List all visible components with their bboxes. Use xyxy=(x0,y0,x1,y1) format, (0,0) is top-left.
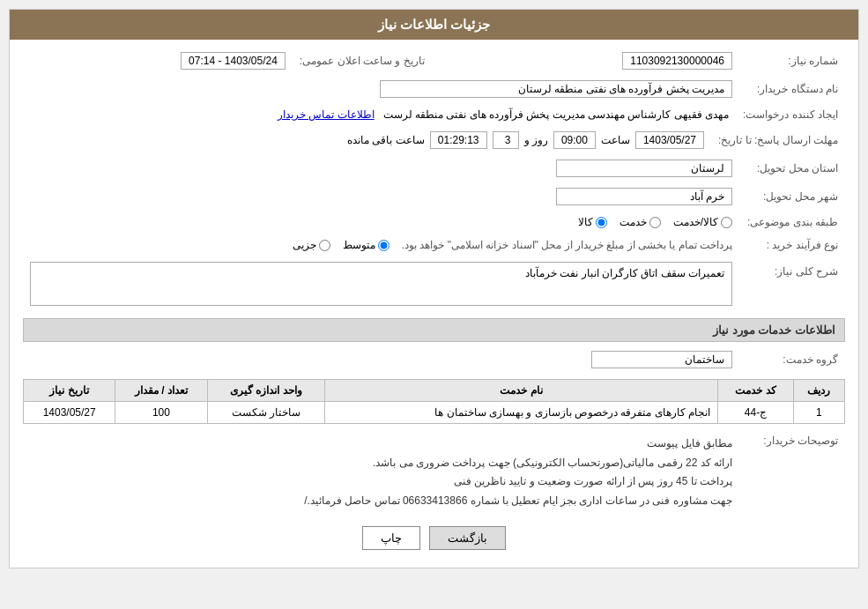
cell-unit: ساختار شکست xyxy=(207,402,325,424)
purchase-type-row: نوع فرآیند خرید : پرداخت تمام یا بخشی از… xyxy=(23,235,845,255)
purchase-type-label: نوع فرآیند خرید : xyxy=(739,235,845,255)
buyer-desc-line: پرداخت تا 45 روز پس از ارائه صورت وضعیت … xyxy=(30,472,732,492)
cell-name: انجام کارهای متفرقه درخصوص بازسازی و بهس… xyxy=(325,402,718,424)
need-number-label: شماره نیاز: xyxy=(739,48,845,73)
province-value: لرستان xyxy=(23,156,739,181)
province-row: استان محل تحویل: لرستان xyxy=(23,156,845,181)
announce-date-value: 1403/05/24 - 07:14 xyxy=(23,48,293,73)
table-row: 1 ج-44 انجام کارهای متفرقه درخصوص بازساز… xyxy=(24,402,845,424)
cell-quantity: 100 xyxy=(115,402,207,424)
buyer-org-value: مدیریت پخش فرآورده های نفتی منطقه لرستان xyxy=(23,77,739,101)
buyer-desc-line: مطابق فایل پیوست xyxy=(30,434,732,454)
col-quantity: تعداد / مقدار xyxy=(115,380,207,402)
city-value: خرم آباد xyxy=(23,184,739,209)
buyer-desc-value: مطابق فایل پیوستارائه کد 22 رقمی مالیاتی… xyxy=(23,431,739,514)
col-unit: واحد اندازه گیری xyxy=(207,380,325,402)
col-row: ردیف xyxy=(793,380,844,402)
purchase-type-note: پرداخت تمام یا بخشی از مبلغ خریدار از مح… xyxy=(402,239,732,251)
page-title: جزئیات اطلاعات نیاز xyxy=(10,10,858,40)
buyer-org-label: نام دستگاه خریدار: xyxy=(739,77,845,101)
main-card: جزئیات اطلاعات نیاز شماره نیاز: 11030921… xyxy=(9,9,859,568)
requester-value: مهدی فقیهی کارشناس مهندسی مدیریت پخش فرآ… xyxy=(23,105,736,124)
city-row: شهر محل تحویل: خرم آباد xyxy=(23,184,845,209)
need-number-row: شماره نیاز: 1103092130000046 تاریخ و ساع… xyxy=(23,48,845,73)
announce-date-label: تاریخ و ساعت اعلان عمومی: xyxy=(293,48,432,73)
service-group-label: گروه خدمت: xyxy=(739,347,845,372)
category-option-kala[interactable]: کالا xyxy=(578,216,607,228)
need-desc-value: تعمیرات سقف اتاق کارگران انبار نفت خرمآب… xyxy=(23,258,739,309)
col-code: کد خدمت xyxy=(718,380,794,402)
purchase-type-jozii[interactable]: جزیی xyxy=(293,239,330,251)
requester-row: ایجاد کننده درخواست: مهدی فقیهی کارشناس … xyxy=(23,105,845,124)
category-label: طبقه بندی موضوعی: xyxy=(739,212,845,232)
need-number-value: 1103092130000046 xyxy=(458,48,739,73)
service-group-value: ساختمان xyxy=(23,347,739,372)
cell-date: 1403/05/27 xyxy=(24,402,115,424)
deadline-value: 1403/05/27 ساعت 09:00 روز و 3 01:29:13 س… xyxy=(23,128,711,152)
cell-code: ج-44 xyxy=(718,402,794,424)
services-table: ردیف کد خدمت نام خدمت واحد اندازه گیری ت… xyxy=(23,379,845,424)
province-label: استان محل تحویل: xyxy=(739,156,845,181)
services-section-title: اطلاعات خدمات مورد نیاز xyxy=(23,318,845,342)
purchase-type-value: پرداخت تمام یا بخشی از مبلغ خریدار از مح… xyxy=(23,235,739,255)
need-desc-textarea: تعمیرات سقف اتاق کارگران انبار نفت خرمآب… xyxy=(30,262,732,306)
city-label: شهر محل تحویل: xyxy=(739,184,845,209)
deadline-row: مهلت ارسال پاسخ: تا تاریخ: 1403/05/27 سا… xyxy=(23,128,845,152)
need-desc-row: شرح کلی نیاز: تعمیرات سقف اتاق کارگران ا… xyxy=(23,258,845,309)
need-desc-label: شرح کلی نیاز: xyxy=(739,258,845,309)
deadline-label: مهلت ارسال پاسخ: تا تاریخ: xyxy=(711,128,845,152)
col-date: تاریخ نیاز xyxy=(24,380,115,402)
category-value: کالا/خدمت خدمت کالا xyxy=(23,212,739,232)
card-body: شماره نیاز: 1103092130000046 تاریخ و ساع… xyxy=(10,40,858,568)
cell-row: 1 xyxy=(793,402,844,424)
page-wrapper: جزئیات اطلاعات نیاز شماره نیاز: 11030921… xyxy=(0,0,868,577)
buyer-desc-line: جهت مشاوره فنی در ساعات اداری بجز ایام ت… xyxy=(30,492,732,511)
purchase-type-motawaset[interactable]: متوسط xyxy=(343,239,389,251)
back-button[interactable]: بازگشت xyxy=(429,526,506,550)
buyer-desc-row: توصیحات خریدار: مطابق فایل پیوستارائه کد… xyxy=(23,431,845,514)
category-option-khedmat[interactable]: خدمت xyxy=(619,216,661,228)
print-button[interactable]: چاپ xyxy=(362,526,420,550)
buyer-org-row: نام دستگاه خریدار: مدیریت پخش فرآورده ها… xyxy=(23,77,845,101)
requester-contact-link[interactable]: اطلاعات تماس خریدار xyxy=(278,108,375,121)
buyer-desc-line: ارائه کد 22 رقمی مالیاتی(صورتحساب الکترو… xyxy=(30,454,732,473)
category-option-kala-khedmat[interactable]: کالا/خدمت xyxy=(673,216,732,228)
requester-label: ایجاد کننده درخواست: xyxy=(736,105,845,124)
category-row: طبقه بندی موضوعی: کالا/خدمت خدمت کالا xyxy=(23,212,845,232)
button-row: بازگشت چاپ xyxy=(23,526,845,550)
buyer-desc-label: توصیحات خریدار: xyxy=(739,431,845,514)
col-name: نام خدمت xyxy=(325,380,718,402)
service-group-row: گروه خدمت: ساختمان xyxy=(23,347,845,372)
